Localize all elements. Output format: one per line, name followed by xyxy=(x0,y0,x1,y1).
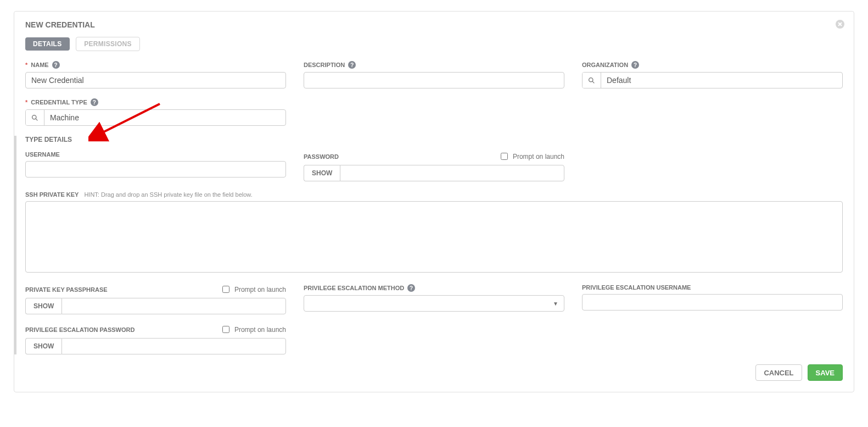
field-username: USERNAME xyxy=(25,151,286,181)
type-details-section: TYPE DETAILS USERNAME PASSWORD Prompt on… xyxy=(14,136,843,354)
organization-lookup[interactable] xyxy=(582,72,843,88)
name-input[interactable] xyxy=(25,72,286,88)
search-icon xyxy=(31,114,38,121)
password-prompt-checkbox[interactable] xyxy=(501,153,508,160)
cancel-button[interactable]: CANCEL xyxy=(755,364,802,381)
help-icon[interactable]: ? xyxy=(91,98,98,106)
label-username: USERNAME xyxy=(25,151,60,158)
tabs: DETAILS PERMISSIONS xyxy=(25,37,843,51)
organization-input[interactable] xyxy=(601,73,842,88)
username-input[interactable] xyxy=(25,161,286,178)
prompt-on-launch-label: Prompt on launch xyxy=(513,153,564,160)
close-icon xyxy=(836,20,844,29)
password-show-button[interactable]: SHOW xyxy=(304,165,340,181)
description-input[interactable] xyxy=(304,72,564,88)
chevron-down-icon: ▼ xyxy=(553,301,558,307)
label-ssh-private-key: SSH PRIVATE KEY xyxy=(25,191,79,198)
field-organization: ORGANIZATION ? xyxy=(582,61,843,88)
password-input[interactable] xyxy=(340,165,564,181)
credential-type-lookup[interactable] xyxy=(25,109,286,126)
footer-actions: CANCEL SAVE xyxy=(25,364,843,381)
row-escalation-password: PRIVILEGE ESCALATION PASSWORD Prompt on … xyxy=(25,324,843,354)
passphrase-prompt-on-launch[interactable]: Prompt on launch xyxy=(220,284,286,295)
label-description: DESCRIPTION xyxy=(304,62,345,68)
label-escalation-password: PRIVILEGE ESCALATION PASSWORD xyxy=(25,326,135,333)
escalation-method-select[interactable]: ▼ xyxy=(304,295,564,312)
field-escalation-username: PRIVILEGE ESCALATION USERNAME xyxy=(582,284,843,314)
passphrase-input[interactable] xyxy=(61,298,286,314)
label-passphrase: PRIVATE KEY PASSPHRASE xyxy=(25,286,108,293)
field-name: * NAME ? xyxy=(25,61,286,88)
panel-title: NEW CREDENTIAL xyxy=(25,20,843,29)
search-icon xyxy=(588,77,595,84)
svg-point-1 xyxy=(589,77,593,81)
svg-line-4 xyxy=(36,119,37,120)
required-mark: * xyxy=(25,62,27,68)
ssh-private-key-textarea[interactable] xyxy=(25,201,843,273)
row-passphrase-escalation: PRIVATE KEY PASSPHRASE Prompt on launch … xyxy=(25,284,843,314)
escalation-password-input[interactable] xyxy=(61,338,286,354)
label-organization: ORGANIZATION xyxy=(582,62,628,68)
escalation-password-show-button[interactable]: SHOW xyxy=(25,338,61,354)
label-credential-type: CREDENTIAL TYPE xyxy=(31,99,87,106)
field-escalation-password: PRIVILEGE ESCALATION PASSWORD Prompt on … xyxy=(25,324,286,354)
help-icon[interactable]: ? xyxy=(52,61,60,69)
close-button[interactable] xyxy=(835,19,845,29)
escalation-username-input[interactable] xyxy=(582,294,843,310)
svg-line-2 xyxy=(592,81,594,83)
new-credential-panel: NEW CREDENTIAL DETAILS PERMISSIONS * NAM… xyxy=(14,11,854,392)
svg-point-3 xyxy=(32,115,36,119)
help-icon[interactable]: ? xyxy=(631,61,639,69)
save-button[interactable]: SAVE xyxy=(808,364,843,381)
field-escalation-method: PRIVILEGE ESCALATION METHOD ? ▼ xyxy=(304,284,564,314)
label-password: PASSWORD xyxy=(304,153,339,160)
escalation-password-prompt-checkbox[interactable] xyxy=(222,326,229,333)
field-credential-type: * CREDENTIAL TYPE ? xyxy=(25,98,286,126)
row-username-password: USERNAME PASSWORD Prompt on launch SHOW xyxy=(25,151,843,181)
help-icon[interactable]: ? xyxy=(348,61,356,69)
tab-details[interactable]: DETAILS xyxy=(25,37,70,51)
ssh-hint: HINT: Drag and drop an SSH private key f… xyxy=(84,191,252,198)
escalation-password-prompt-on-launch[interactable]: Prompt on launch xyxy=(220,324,286,335)
help-icon[interactable]: ? xyxy=(407,284,415,292)
type-details-title: TYPE DETAILS xyxy=(25,136,843,143)
prompt-on-launch-label: Prompt on launch xyxy=(234,286,286,293)
field-password: PASSWORD Prompt on launch SHOW xyxy=(304,151,564,181)
label-escalation-method: PRIVILEGE ESCALATION METHOD xyxy=(304,285,404,291)
credential-type-input[interactable] xyxy=(44,110,285,125)
label-escalation-username: PRIVILEGE ESCALATION USERNAME xyxy=(582,284,691,291)
field-description: DESCRIPTION ? xyxy=(304,61,564,88)
prompt-on-launch-label: Prompt on launch xyxy=(234,326,286,334)
credential-type-search-button[interactable] xyxy=(26,110,44,125)
organization-search-button[interactable] xyxy=(583,73,601,88)
tab-permissions[interactable]: PERMISSIONS xyxy=(76,37,140,51)
field-ssh-private-key: SSH PRIVATE KEY HINT: Drag and drop an S… xyxy=(25,191,843,284)
passphrase-show-button[interactable]: SHOW xyxy=(25,298,61,314)
password-prompt-on-launch[interactable]: Prompt on launch xyxy=(499,151,564,162)
row-name-desc-org: * NAME ? DESCRIPTION ? ORGANIZATION ? xyxy=(25,61,843,88)
required-mark: * xyxy=(25,99,27,106)
label-name: NAME xyxy=(31,62,48,68)
row-credential-type: * CREDENTIAL TYPE ? xyxy=(25,98,843,126)
field-passphrase: PRIVATE KEY PASSPHRASE Prompt on launch … xyxy=(25,284,286,314)
passphrase-prompt-checkbox[interactable] xyxy=(222,286,229,293)
